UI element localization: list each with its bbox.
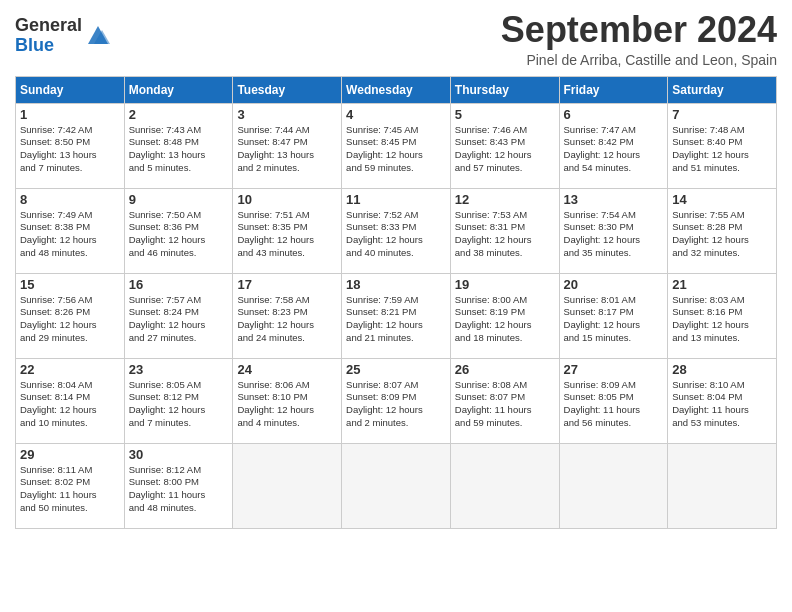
calendar-cell xyxy=(559,443,668,528)
day-info: Sunrise: 7:43 AM Sunset: 8:48 PM Dayligh… xyxy=(129,124,229,175)
calendar-cell: 18Sunrise: 7:59 AM Sunset: 8:21 PM Dayli… xyxy=(342,273,451,358)
logo-text: General Blue xyxy=(15,16,82,56)
calendar-cell: 30Sunrise: 8:12 AM Sunset: 8:00 PM Dayli… xyxy=(124,443,233,528)
day-number: 17 xyxy=(237,277,337,292)
day-number: 19 xyxy=(455,277,555,292)
day-number: 13 xyxy=(564,192,664,207)
calendar-week-2: 8Sunrise: 7:49 AM Sunset: 8:38 PM Daylig… xyxy=(16,188,777,273)
day-info: Sunrise: 8:12 AM Sunset: 8:00 PM Dayligh… xyxy=(129,464,229,515)
calendar-table: SundayMondayTuesdayWednesdayThursdayFrid… xyxy=(15,76,777,529)
calendar-cell: 9Sunrise: 7:50 AM Sunset: 8:36 PM Daylig… xyxy=(124,188,233,273)
calendar-cell: 5Sunrise: 7:46 AM Sunset: 8:43 PM Daylig… xyxy=(450,103,559,188)
calendar-header-row: SundayMondayTuesdayWednesdayThursdayFrid… xyxy=(16,76,777,103)
day-info: Sunrise: 8:01 AM Sunset: 8:17 PM Dayligh… xyxy=(564,294,664,345)
day-info: Sunrise: 8:08 AM Sunset: 8:07 PM Dayligh… xyxy=(455,379,555,430)
day-info: Sunrise: 8:00 AM Sunset: 8:19 PM Dayligh… xyxy=(455,294,555,345)
day-number: 8 xyxy=(20,192,120,207)
logo-blue: Blue xyxy=(15,35,54,55)
calendar-cell: 3Sunrise: 7:44 AM Sunset: 8:47 PM Daylig… xyxy=(233,103,342,188)
calendar-cell: 22Sunrise: 8:04 AM Sunset: 8:14 PM Dayli… xyxy=(16,358,125,443)
col-header-sunday: Sunday xyxy=(16,76,125,103)
day-info: Sunrise: 7:48 AM Sunset: 8:40 PM Dayligh… xyxy=(672,124,772,175)
day-info: Sunrise: 7:53 AM Sunset: 8:31 PM Dayligh… xyxy=(455,209,555,260)
day-number: 2 xyxy=(129,107,229,122)
calendar-cell: 7Sunrise: 7:48 AM Sunset: 8:40 PM Daylig… xyxy=(668,103,777,188)
day-info: Sunrise: 8:11 AM Sunset: 8:02 PM Dayligh… xyxy=(20,464,120,515)
day-info: Sunrise: 7:50 AM Sunset: 8:36 PM Dayligh… xyxy=(129,209,229,260)
day-info: Sunrise: 8:05 AM Sunset: 8:12 PM Dayligh… xyxy=(129,379,229,430)
col-header-friday: Friday xyxy=(559,76,668,103)
day-number: 23 xyxy=(129,362,229,377)
calendar-cell: 11Sunrise: 7:52 AM Sunset: 8:33 PM Dayli… xyxy=(342,188,451,273)
month-title: September 2024 xyxy=(501,10,777,50)
calendar-week-1: 1Sunrise: 7:42 AM Sunset: 8:50 PM Daylig… xyxy=(16,103,777,188)
col-header-wednesday: Wednesday xyxy=(342,76,451,103)
day-number: 20 xyxy=(564,277,664,292)
logo: General Blue xyxy=(15,16,112,56)
calendar-cell: 8Sunrise: 7:49 AM Sunset: 8:38 PM Daylig… xyxy=(16,188,125,273)
title-area: September 2024 Pinel de Arriba, Castille… xyxy=(501,10,777,68)
day-number: 27 xyxy=(564,362,664,377)
day-number: 24 xyxy=(237,362,337,377)
day-info: Sunrise: 7:49 AM Sunset: 8:38 PM Dayligh… xyxy=(20,209,120,260)
col-header-thursday: Thursday xyxy=(450,76,559,103)
day-info: Sunrise: 8:10 AM Sunset: 8:04 PM Dayligh… xyxy=(672,379,772,430)
logo-general: General xyxy=(15,15,82,35)
day-number: 5 xyxy=(455,107,555,122)
calendar-cell xyxy=(233,443,342,528)
calendar-cell: 16Sunrise: 7:57 AM Sunset: 8:24 PM Dayli… xyxy=(124,273,233,358)
calendar-week-4: 22Sunrise: 8:04 AM Sunset: 8:14 PM Dayli… xyxy=(16,358,777,443)
day-info: Sunrise: 7:57 AM Sunset: 8:24 PM Dayligh… xyxy=(129,294,229,345)
col-header-saturday: Saturday xyxy=(668,76,777,103)
calendar-cell xyxy=(450,443,559,528)
day-number: 15 xyxy=(20,277,120,292)
calendar-cell: 25Sunrise: 8:07 AM Sunset: 8:09 PM Dayli… xyxy=(342,358,451,443)
day-info: Sunrise: 7:58 AM Sunset: 8:23 PM Dayligh… xyxy=(237,294,337,345)
day-info: Sunrise: 7:46 AM Sunset: 8:43 PM Dayligh… xyxy=(455,124,555,175)
calendar-cell: 14Sunrise: 7:55 AM Sunset: 8:28 PM Dayli… xyxy=(668,188,777,273)
day-number: 18 xyxy=(346,277,446,292)
day-number: 11 xyxy=(346,192,446,207)
day-number: 30 xyxy=(129,447,229,462)
day-number: 21 xyxy=(672,277,772,292)
calendar-cell: 27Sunrise: 8:09 AM Sunset: 8:05 PM Dayli… xyxy=(559,358,668,443)
day-number: 4 xyxy=(346,107,446,122)
day-number: 14 xyxy=(672,192,772,207)
day-info: Sunrise: 7:47 AM Sunset: 8:42 PM Dayligh… xyxy=(564,124,664,175)
calendar-cell: 19Sunrise: 8:00 AM Sunset: 8:19 PM Dayli… xyxy=(450,273,559,358)
day-info: Sunrise: 8:09 AM Sunset: 8:05 PM Dayligh… xyxy=(564,379,664,430)
day-info: Sunrise: 7:55 AM Sunset: 8:28 PM Dayligh… xyxy=(672,209,772,260)
day-number: 10 xyxy=(237,192,337,207)
calendar-cell: 10Sunrise: 7:51 AM Sunset: 8:35 PM Dayli… xyxy=(233,188,342,273)
day-number: 9 xyxy=(129,192,229,207)
location-subtitle: Pinel de Arriba, Castille and Leon, Spai… xyxy=(501,52,777,68)
day-number: 12 xyxy=(455,192,555,207)
day-number: 28 xyxy=(672,362,772,377)
day-number: 25 xyxy=(346,362,446,377)
day-number: 16 xyxy=(129,277,229,292)
day-info: Sunrise: 7:52 AM Sunset: 8:33 PM Dayligh… xyxy=(346,209,446,260)
day-info: Sunrise: 8:04 AM Sunset: 8:14 PM Dayligh… xyxy=(20,379,120,430)
calendar-week-3: 15Sunrise: 7:56 AM Sunset: 8:26 PM Dayli… xyxy=(16,273,777,358)
calendar-cell: 13Sunrise: 7:54 AM Sunset: 8:30 PM Dayli… xyxy=(559,188,668,273)
calendar-cell: 29Sunrise: 8:11 AM Sunset: 8:02 PM Dayli… xyxy=(16,443,125,528)
day-number: 7 xyxy=(672,107,772,122)
calendar-cell: 26Sunrise: 8:08 AM Sunset: 8:07 PM Dayli… xyxy=(450,358,559,443)
day-info: Sunrise: 7:56 AM Sunset: 8:26 PM Dayligh… xyxy=(20,294,120,345)
calendar-cell xyxy=(668,443,777,528)
day-info: Sunrise: 8:03 AM Sunset: 8:16 PM Dayligh… xyxy=(672,294,772,345)
day-number: 1 xyxy=(20,107,120,122)
calendar-cell: 23Sunrise: 8:05 AM Sunset: 8:12 PM Dayli… xyxy=(124,358,233,443)
day-info: Sunrise: 7:45 AM Sunset: 8:45 PM Dayligh… xyxy=(346,124,446,175)
day-info: Sunrise: 7:54 AM Sunset: 8:30 PM Dayligh… xyxy=(564,209,664,260)
calendar-cell: 2Sunrise: 7:43 AM Sunset: 8:48 PM Daylig… xyxy=(124,103,233,188)
header: General Blue September 2024 Pinel de Arr… xyxy=(15,10,777,68)
calendar-cell: 6Sunrise: 7:47 AM Sunset: 8:42 PM Daylig… xyxy=(559,103,668,188)
day-info: Sunrise: 7:44 AM Sunset: 8:47 PM Dayligh… xyxy=(237,124,337,175)
calendar-cell xyxy=(342,443,451,528)
calendar-cell: 24Sunrise: 8:06 AM Sunset: 8:10 PM Dayli… xyxy=(233,358,342,443)
day-number: 3 xyxy=(237,107,337,122)
col-header-tuesday: Tuesday xyxy=(233,76,342,103)
day-number: 6 xyxy=(564,107,664,122)
calendar-cell: 1Sunrise: 7:42 AM Sunset: 8:50 PM Daylig… xyxy=(16,103,125,188)
